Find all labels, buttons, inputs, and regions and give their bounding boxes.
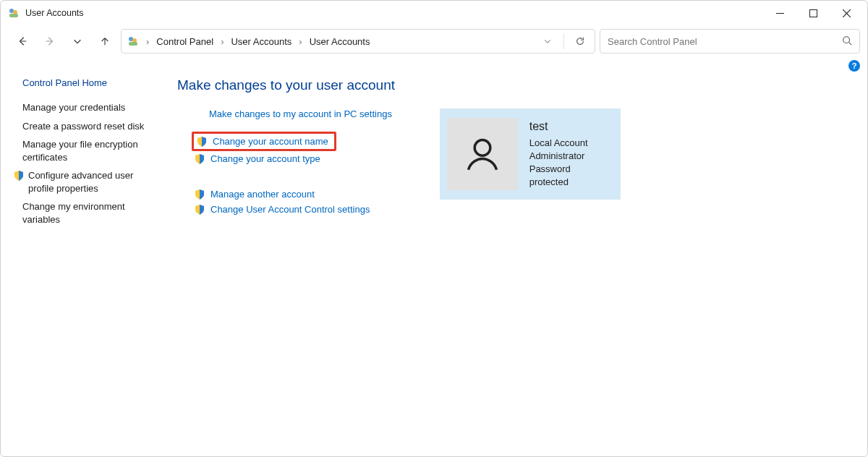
help-button[interactable]: ? [848, 60, 860, 72]
window-controls [763, 1, 867, 25]
breadcrumb-item[interactable]: Control Panel [156, 36, 213, 47]
svg-rect-4 [809, 9, 817, 17]
shield-icon [14, 171, 24, 181]
action-link-label: Change User Account Control settings [210, 204, 370, 215]
user-accounts-app-icon [8, 7, 20, 19]
shield-icon [197, 137, 207, 147]
chevron-right-icon[interactable]: › [143, 36, 152, 47]
minimize-button[interactable] [763, 1, 796, 25]
svg-point-12 [843, 36, 850, 43]
user-accounts-path-icon [127, 35, 139, 47]
address-bar[interactable]: › Control Panel › User Accounts › User A… [121, 29, 595, 54]
page-heading: Make changes to your user account [177, 77, 857, 93]
maximize-button[interactable] [796, 1, 830, 25]
search-input[interactable] [608, 36, 836, 47]
svg-rect-2 [9, 14, 18, 17]
chevron-right-icon[interactable]: › [296, 36, 305, 47]
sidebar-link-password-reset-disk[interactable]: Create a password reset disk [14, 117, 156, 136]
window-title: User Accounts [25, 8, 84, 18]
link-change-account-name[interactable]: Change your account name [192, 132, 336, 151]
address-dropdown-button[interactable] [537, 31, 558, 51]
sidebar-link-env-vars[interactable]: Change my environment variables [14, 197, 156, 228]
action-link-label: Change your account type [210, 153, 320, 164]
titlebar: User Accounts [1, 1, 867, 25]
sidebar-link-advanced-profile[interactable]: Configure advanced user profile properti… [14, 166, 156, 197]
sidebar-link-file-encryption-certs[interactable]: Manage your file encryption certificates [14, 135, 156, 166]
action-link-label: Make changes to my account in PC setting… [209, 108, 392, 119]
link-pc-settings[interactable]: Make changes to my account in PC setting… [192, 106, 395, 121]
back-button[interactable] [11, 30, 34, 53]
link-change-account-type[interactable]: Change your account type [192, 151, 323, 166]
up-button[interactable] [93, 30, 116, 53]
user-icon [464, 135, 501, 173]
account-name: test [529, 119, 610, 134]
svg-point-14 [475, 140, 490, 156]
close-button[interactable] [830, 1, 863, 25]
shield-icon [195, 205, 205, 215]
account-protection: Password protected [529, 163, 610, 189]
recent-locations-button[interactable] [66, 30, 89, 53]
link-manage-another-account[interactable]: Manage another account [192, 187, 318, 202]
action-link-label: Manage another account [210, 189, 315, 200]
current-account-card: test Local Account Administrator Passwor… [440, 108, 621, 200]
link-change-uac-settings[interactable]: Change User Account Control settings [192, 202, 373, 217]
account-type: Local Account [529, 137, 610, 150]
sidebar-link-label: Manage your file encryption certificates [22, 138, 153, 163]
forward-button[interactable] [38, 30, 61, 53]
avatar [447, 118, 518, 190]
shield-icon [195, 154, 205, 164]
sidebar-link-label: Change my environment variables [22, 200, 153, 226]
svg-line-13 [849, 42, 852, 45]
sidebar-link-manage-credentials[interactable]: Manage your credentials [14, 98, 156, 117]
svg-rect-11 [129, 42, 137, 46]
sidebar-link-label: Create a password reset disk [22, 120, 144, 133]
content-area: Control Panel Home Manage your credentia… [1, 72, 867, 239]
action-link-label: Change your account name [213, 136, 328, 147]
sidebar-link-label: Configure advanced user profile properti… [28, 169, 153, 195]
account-role: Administrator [529, 150, 610, 163]
breadcrumb-item[interactable]: User Accounts [310, 36, 370, 47]
account-details: test Local Account Administrator Passwor… [529, 119, 610, 189]
chevron-right-icon[interactable]: › [218, 36, 226, 47]
search-bar[interactable] [600, 29, 860, 54]
sidebar-heading[interactable]: Control Panel Home [14, 77, 156, 88]
shield-icon [195, 189, 205, 200]
refresh-button[interactable] [570, 31, 590, 51]
sidebar-link-label: Manage your credentials [22, 101, 125, 114]
toolbar: › Control Panel › User Accounts › User A… [1, 25, 867, 57]
breadcrumb-item[interactable]: User Accounts [231, 36, 292, 47]
sidebar: Control Panel Home Manage your credentia… [11, 72, 156, 228]
search-icon[interactable] [842, 35, 852, 48]
